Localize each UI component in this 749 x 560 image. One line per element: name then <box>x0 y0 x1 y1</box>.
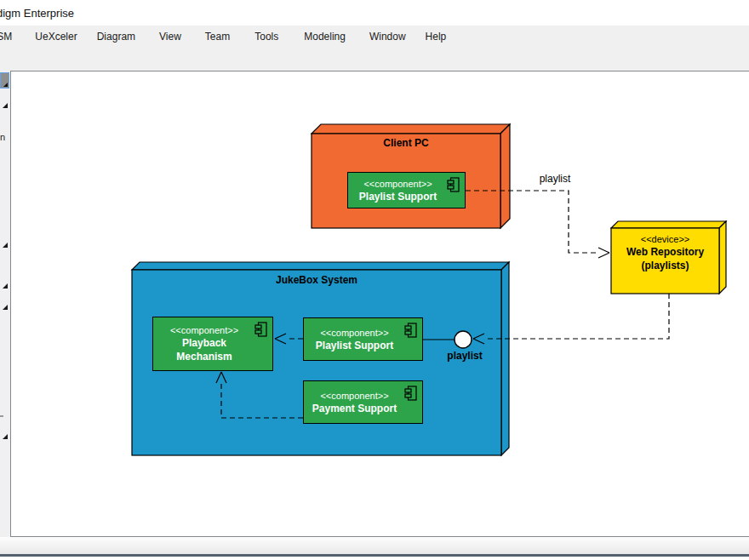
component-stereotype: <<component>> <box>153 324 255 336</box>
status-bar <box>0 537 749 554</box>
jukebox-title: JukeBox System <box>132 272 501 288</box>
status-bar-divider <box>0 554 749 557</box>
component-icon <box>254 322 267 337</box>
component-icon <box>447 177 460 192</box>
component-playback-mechanism[interactable]: <<component>> Playback Mechanism <box>152 317 273 371</box>
component-playlist-support-clientpc[interactable]: <<component>> Playlist Support <box>347 172 466 209</box>
interface-label-playlist: playlist <box>439 350 490 362</box>
web-repository-name-line2: (playlists) <box>611 259 719 272</box>
component-icon <box>404 323 417 338</box>
component-name: Payment Support <box>304 402 405 415</box>
component-name-line1: Playback <box>153 336 255 350</box>
component-name-line2: Mechanism <box>153 350 255 363</box>
dependency-label-playlist: playlist <box>529 173 580 185</box>
web-repository-stereotype: <<device>> <box>611 233 719 245</box>
application-window: digm Enterprise TSM UeXceler Diagram Vie… <box>0 0 749 560</box>
web-repository-label: <<device>> Web Repository (playlists) <box>611 228 719 272</box>
client-pc-title: Client PC <box>312 135 500 151</box>
web-repository-name-line1: Web Repository <box>611 245 719 259</box>
component-stereotype: <<component>> <box>304 390 405 402</box>
component-payment-support[interactable]: <<component>> Payment Support <box>303 380 423 424</box>
component-stereotype: <<component>> <box>348 178 448 190</box>
component-stereotype: <<component>> <box>304 327 405 339</box>
component-name: Playlist Support <box>348 190 448 203</box>
component-playlist-support-jukebox[interactable]: <<component>> Playlist Support <box>303 317 423 361</box>
component-name: Playlist Support <box>304 339 405 352</box>
component-icon <box>404 386 417 401</box>
